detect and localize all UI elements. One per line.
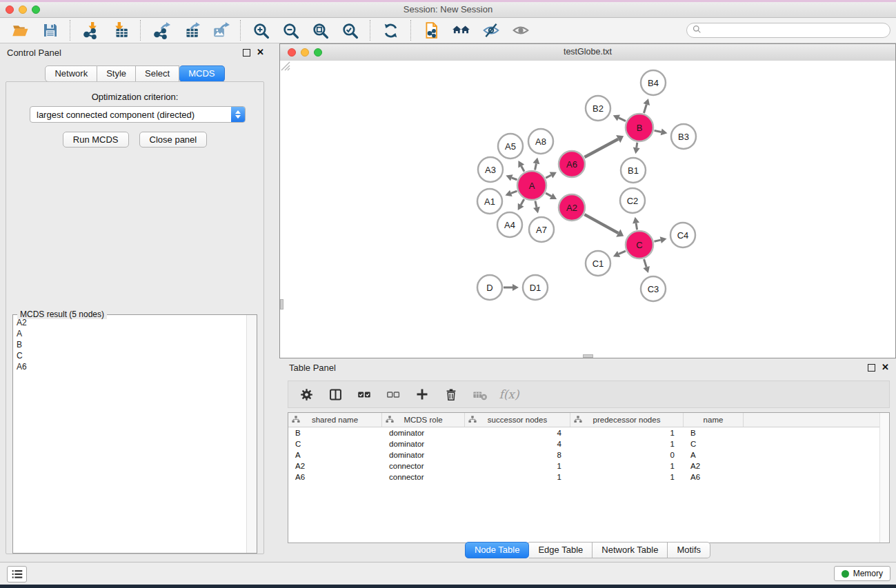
canvas-bottom-scrollbar[interactable] [583,354,593,358]
export-image-button[interactable] [206,19,235,42]
graph-node-A3[interactable]: A3 [478,157,503,182]
graph-node-B4[interactable]: B4 [641,70,666,95]
table-close-panel-icon[interactable]: ✕ [882,363,889,372]
result-list-item[interactable]: A6 [14,361,246,372]
graph-node-C1[interactable]: C1 [586,251,610,276]
result-scrollbar[interactable] [246,315,257,553]
column-header-predecessor-nodes[interactable]: predecessor nodes [570,413,684,427]
graph-edge-A-A3[interactable] [506,174,517,181]
memory-button[interactable]: Memory [834,566,890,581]
graph-node-D1[interactable]: D1 [523,275,548,300]
criterion-select[interactable]: largest connected component (directed) [30,106,246,123]
graph-node-A5[interactable]: A5 [498,134,523,159]
table-scrollbar[interactable] [879,413,889,543]
copy-network-button[interactable] [417,19,446,42]
result-list-item[interactable]: A [14,328,246,339]
add-column-button[interactable] [410,383,435,405]
graph-node-A8[interactable]: A8 [528,129,553,154]
close-panel-icon[interactable]: ✕ [257,48,264,57]
graph-edge-A-A4[interactable] [518,199,524,210]
graph-node-C4[interactable]: C4 [670,223,695,247]
tab-edge-table[interactable]: Edge Table [529,542,593,558]
graph-edge-A-A1[interactable] [505,190,517,196]
graph-node-A4[interactable]: A4 [497,212,522,237]
table-row[interactable]: Cdominator41C [288,438,889,449]
search-box[interactable] [686,23,890,38]
search-input[interactable] [705,25,884,36]
zoom-out-button[interactable] [276,19,306,42]
zoom-selected-button[interactable] [335,19,365,42]
tab-node-table[interactable]: Node Table [465,542,530,558]
graph-edge-A-A2[interactable] [546,193,557,199]
export-network-button[interactable] [146,19,176,42]
import-table-button[interactable] [106,19,135,42]
tab-network[interactable]: Network [45,65,97,82]
result-list-item[interactable]: C [14,350,246,361]
column-header-shared-name[interactable]: shared name [288,413,382,427]
graph-edge-A-A7[interactable] [533,201,540,213]
open-file-button[interactable] [6,19,35,42]
graph-node-C3[interactable]: C3 [641,276,666,301]
graph-edge-D-D1[interactable] [504,284,519,291]
graph-edge-B-B1[interactable] [633,143,640,154]
table-row[interactable]: A2connector11A2 [288,460,889,472]
graph-edge-A2-C[interactable] [584,214,624,237]
resize-grip[interactable] [280,61,290,71]
graph-edge-A-A6[interactable] [546,172,557,179]
column-layout-button[interactable] [323,383,348,405]
graph-edge-C-C3[interactable] [643,259,650,273]
graph-node-B1[interactable]: B1 [621,158,646,183]
delete-column-button[interactable] [439,383,464,405]
run-mcds-button[interactable]: Run MCDS [63,132,129,148]
table-row[interactable]: Adominator80A [288,449,889,460]
task-history-button[interactable] [7,566,27,582]
refresh-layout-button[interactable] [376,19,406,42]
column-header-name[interactable]: name [684,413,744,427]
graph-node-C[interactable]: C [626,231,653,258]
column-header-MCDS-role[interactable]: MCDS role [382,413,465,427]
graph-edge-C-C1[interactable] [613,251,626,257]
canvas-left-scrollbar[interactable] [280,299,283,310]
graph-edge-A6-B[interactable] [584,135,624,157]
graph-node-A7[interactable]: A7 [529,217,554,242]
show-all-button[interactable] [506,19,535,42]
float-panel-icon[interactable] [243,49,250,57]
table-row[interactable]: A6connector11A6 [288,472,889,483]
graph-edge-A-A8[interactable] [533,158,540,170]
graph-node-A6[interactable]: A6 [559,151,585,177]
tab-select[interactable]: Select [136,65,179,82]
import-network-button[interactable] [76,19,106,42]
graph-node-B3[interactable]: B3 [671,124,696,149]
export-table-button[interactable] [176,19,206,42]
graph-edge-B-B3[interactable] [655,129,668,136]
tab-mcds[interactable]: MCDS [179,65,224,82]
table-float-panel-icon[interactable] [868,364,875,372]
graph-node-A[interactable]: A [517,171,546,200]
table-settings-button[interactable] [294,383,319,405]
graph-edge-A-A5[interactable] [518,161,524,172]
table-row[interactable]: Bdominator41B [288,427,889,438]
column-header-successor-nodes[interactable]: successor nodes [465,413,570,427]
graph-edge-B-B2[interactable] [613,114,626,121]
save-session-button[interactable] [35,19,65,42]
result-list-item[interactable]: A2 [14,317,246,328]
graph-node-B[interactable]: B [626,114,653,141]
close-panel-button[interactable]: Close panel [139,132,208,148]
graph-node-B2[interactable]: B2 [586,96,610,121]
hide-selected-button[interactable] [476,19,506,42]
zoom-fit-button[interactable] [306,19,335,42]
graph-edge-C-C2[interactable] [633,217,639,230]
graph-node-C2[interactable]: C2 [620,188,645,213]
graph-node-A1[interactable]: A1 [477,189,502,214]
result-list-item[interactable]: B [14,339,246,350]
select-all-columns-button[interactable] [352,383,377,405]
tab-motifs[interactable]: Motifs [668,542,710,558]
graph-edge-B-B4[interactable] [644,99,650,113]
graph-node-D[interactable]: D [477,275,502,300]
tab-network-table[interactable]: Network Table [593,542,668,558]
zoom-in-button[interactable] [246,19,276,42]
tab-style[interactable]: Style [97,65,136,82]
network-canvas[interactable]: AA1A2A3A4A5A6A7A8BB1B2B3B4CC1C2C3C4DD1 [280,61,895,358]
home-view-button[interactable] [446,19,476,42]
graph-edge-C-C4[interactable] [654,236,666,243]
